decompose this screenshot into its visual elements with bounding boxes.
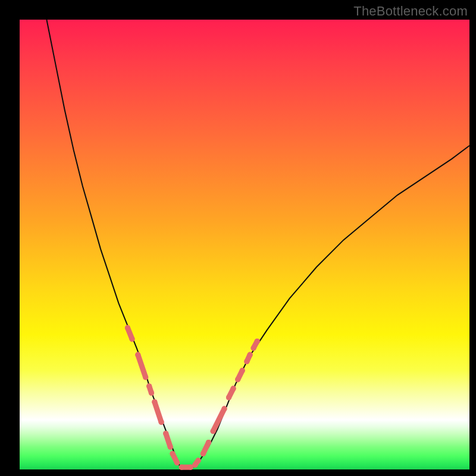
bead-dot <box>211 428 216 434</box>
bead-dot <box>231 386 236 391</box>
bead-dot <box>196 458 201 463</box>
bead-dot <box>221 406 227 411</box>
bead-dot <box>168 444 173 450</box>
bead-dot <box>248 352 253 358</box>
bead-dot <box>206 440 211 445</box>
bead-segment <box>138 355 146 377</box>
bead-dot <box>244 359 249 364</box>
bead-dot <box>201 451 206 456</box>
bead-dot <box>149 390 154 396</box>
bead-dot <box>135 352 140 358</box>
bead-dot <box>235 377 240 382</box>
bead-dot <box>129 336 134 342</box>
bead-segment <box>213 409 224 431</box>
bead-dot <box>143 374 148 380</box>
outer-frame: TheBottleneck.com <box>0 0 476 476</box>
bead-dot <box>170 451 175 456</box>
bead-dot <box>255 339 260 344</box>
bead-dot <box>163 431 168 436</box>
bead-dot <box>226 394 231 400</box>
bead-dot <box>174 460 180 465</box>
bead-dot <box>125 325 130 330</box>
bead-dot <box>146 384 152 389</box>
bead-dot <box>251 345 256 350</box>
bead-dot <box>152 399 157 405</box>
left-branch-path <box>46 20 181 469</box>
bead-dot <box>240 368 245 373</box>
curve-layer <box>20 20 469 469</box>
bead-dot <box>179 465 184 470</box>
bead-segment <box>155 402 161 422</box>
bead-dot <box>159 419 164 425</box>
watermark-text: TheBottleneck.com <box>353 4 468 19</box>
bead-dot <box>192 462 198 468</box>
right-branch-path <box>190 146 469 469</box>
plot-area <box>20 20 469 469</box>
